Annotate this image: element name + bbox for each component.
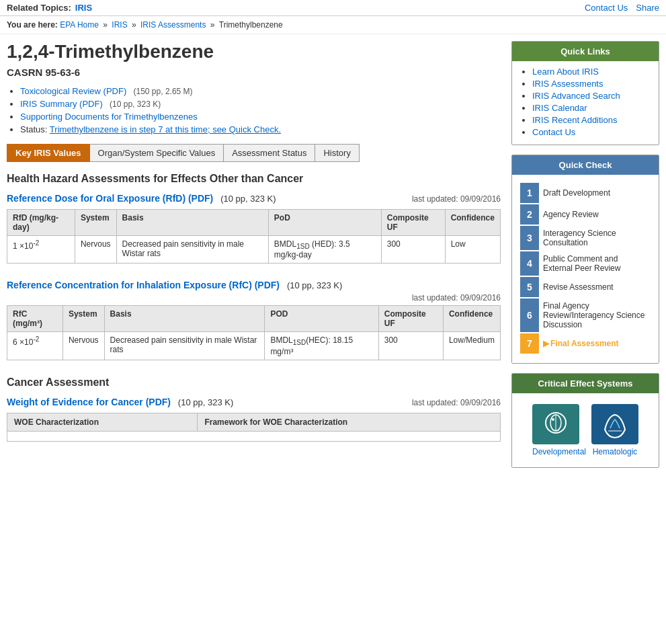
iris-calendar-link[interactable]: IRIS Calendar — [532, 103, 587, 113]
rfc-link[interactable]: Reference Concentration for Inhalation E… — [7, 280, 280, 290]
casrn: CASRN 95-63-6 — [7, 67, 501, 78]
hematologic-icon — [598, 409, 632, 440]
rfd-uf: 300 — [381, 236, 445, 264]
iris-assessments-link[interactable]: IRIS Assessments — [532, 79, 603, 89]
hematologic-icon-item[interactable]: Hematologic — [591, 404, 638, 456]
qc-arrow: ▶ — [543, 339, 549, 348]
rfc-system: Nervous — [63, 332, 104, 360]
list-item: IRIS Calendar — [532, 103, 651, 113]
qc-label-2: Agency Review — [539, 204, 651, 225]
rfc-block: Reference Concentration for Inhalation E… — [7, 280, 501, 360]
rfd-pod: BMDL1SD (HED): 3.5 mg/kg-day — [268, 236, 381, 264]
tab-organ-system[interactable]: Organ/System Specific Values — [90, 144, 224, 162]
tab-assessment-status[interactable]: Assessment Status — [224, 144, 315, 162]
cancer-link[interactable]: Weight of Evidence for Cancer (PDF) — [7, 397, 171, 407]
qc-step-5: 5 Revise Assessment — [520, 277, 651, 297]
rfc-pod: BMDL1SD(HEC): 18.15 mg/m³ — [265, 332, 378, 360]
developmental-icon — [539, 409, 573, 440]
svg-point-2 — [552, 418, 554, 421]
tox-review-link[interactable]: Toxicological Review (PDF) — [20, 86, 126, 96]
rfd-block: Reference Dose for Oral Exposure (RfD) (… — [7, 193, 501, 264]
share-link[interactable]: Share — [636, 3, 659, 13]
critical-icons: Developmental Hematologic — [520, 399, 651, 462]
cancer-section: Cancer Assessment Weight of Evidence for… — [7, 376, 501, 442]
rfc-title-row: Reference Concentration for Inhalation E… — [7, 280, 501, 290]
table-header-row: WOE Characterization Framework for WOE C… — [7, 413, 501, 431]
hematologic-label[interactable]: Hematologic — [593, 447, 638, 456]
quick-check-steps: 1 Draft Development 2 Agency Review 3 In… — [520, 180, 651, 358]
iris-advanced-search-link[interactable]: IRIS Advanced Search — [532, 91, 620, 101]
list-item: IRIS Recent Additions — [532, 115, 651, 125]
breadcrumb-iris-assessments[interactable]: IRIS Assessments — [140, 20, 206, 30]
qc-step-6: 6 Final Agency Review/Interagency Scienc… — [520, 298, 651, 332]
tab-key-iris-values[interactable]: Key IRIS Values — [7, 144, 90, 162]
contact-us-top-link[interactable]: Contact Us — [585, 3, 628, 13]
list-item: Supporting Documents for Trimethylbenzen… — [20, 112, 501, 122]
th-confidence: Confidence — [443, 306, 500, 332]
critical-effect-body: Developmental Hematologic — [512, 393, 659, 467]
cancer-block: Weight of Evidence for Cancer (PDF) (10 … — [7, 397, 501, 442]
th-uf: Composite UF — [381, 210, 445, 236]
developmental-icon-item[interactable]: Developmental — [532, 404, 586, 456]
breadcrumb: You are here: EPA Home » IRIS » IRIS Ass… — [0, 16, 666, 34]
table-header-row: RfD (mg/kg-day) System Basis PoD Composi… — [7, 210, 501, 236]
framework-value — [198, 431, 501, 441]
qc-num-6: 6 — [520, 298, 539, 332]
qc-label-3: Interagency Science Consultation — [539, 226, 651, 250]
qc-label-7: ▶ Final Assessment — [539, 333, 651, 354]
critical-effect-card: Critical Effect Systems Devel — [511, 373, 659, 468]
rfc-last-updated: last updated: 09/09/2016 — [7, 293, 501, 303]
quick-links-card: Quick Links Learn About IRIS IRIS Assess… — [511, 41, 659, 145]
rfc-basis: Decreased pain sensitivity in male Wista… — [104, 332, 265, 360]
breadcrumb-current: Trimethylbenzene — [219, 20, 283, 30]
tab-history[interactable]: History — [315, 144, 359, 162]
page-title: 1,2,4-Trimethylbenzene — [7, 41, 501, 63]
qc-num-5: 5 — [520, 277, 539, 297]
list-item: IRIS Summary (PDF) (10 pp, 323 K) — [20, 99, 501, 109]
top-links: Contact Us Share — [585, 3, 659, 13]
quick-links-body: Learn About IRIS IRIS Assessments IRIS A… — [512, 61, 659, 145]
list-item: IRIS Assessments — [532, 79, 651, 89]
contact-us-sidebar-link[interactable]: Contact Us — [532, 127, 575, 137]
learn-about-iris-link[interactable]: Learn About IRIS — [532, 67, 599, 77]
quick-check-header: Quick Check — [512, 155, 659, 175]
supporting-docs-link[interactable]: Supporting Documents for Trimethylbenzen… — [20, 112, 198, 122]
developmental-icon-box — [532, 404, 579, 444]
qc-num-3: 3 — [520, 226, 539, 250]
breadcrumb-epa-home[interactable]: EPA Home — [60, 20, 99, 30]
rfd-link[interactable]: Reference Dose for Oral Exposure (RfD) (… — [7, 193, 213, 204]
rfc-value: 6 ×10-2 — [7, 332, 63, 360]
qc-step-2: 2 Agency Review — [520, 204, 651, 225]
tabs-bar: Key IRIS Values Organ/System Specific Va… — [7, 144, 501, 162]
qc-step-1: 1 Draft Development — [520, 183, 651, 203]
qc-label-1: Draft Development — [539, 183, 651, 203]
health-hazard-heading: Health Hazard Assessments for Effects Ot… — [7, 173, 501, 185]
developmental-label[interactable]: Developmental — [532, 447, 586, 456]
main-layout: 1,2,4-Trimethylbenzene CASRN 95-63-6 Tox… — [0, 34, 666, 484]
critical-effect-header-text: Critical Effect Systems — [538, 378, 633, 389]
qc-num-1: 1 — [520, 183, 539, 203]
qc-label-6: Final Agency Review/Interagency Science … — [539, 298, 651, 332]
rfd-title: Reference Dose for Oral Exposure (RfD) (… — [7, 193, 276, 204]
th-rfc: RfC (mg/m³) — [7, 306, 63, 332]
cancer-title-row: Weight of Evidence for Cancer (PDF) (10 … — [7, 397, 501, 410]
woe-value — [7, 431, 198, 441]
breadcrumb-iris[interactable]: IRIS — [112, 20, 127, 30]
iris-recent-additions-link[interactable]: IRIS Recent Additions — [532, 115, 617, 125]
th-confidence: Confidence — [445, 210, 500, 236]
th-rfd: RfD (mg/kg-day) — [7, 210, 75, 236]
iris-top-link[interactable]: IRIS — [75, 3, 92, 13]
status-link[interactable]: Trimethylbenzene is in step 7 at this ti… — [50, 124, 281, 134]
th-basis: Basis — [104, 306, 265, 332]
qc-num-7: 7 — [520, 333, 539, 354]
cancer-last-updated: last updated: 09/09/2016 — [412, 398, 501, 407]
th-uf: Composite UF — [378, 306, 443, 332]
iris-summary-link[interactable]: IRIS Summary (PDF) — [20, 99, 103, 109]
table-row: 6 ×10-2 Nervous Decreased pain sensitivi… — [7, 332, 501, 360]
list-item: Toxicological Review (PDF) (150 pp, 2.65… — [20, 86, 501, 96]
table-header-row: RfC (mg/m³) System Basis POD Composite U… — [7, 306, 501, 332]
quick-links-list: Learn About IRIS IRIS Assessments IRIS A… — [520, 67, 651, 137]
related-label: Related Topics: — [7, 3, 71, 13]
qc-step-4: 4 Public Comment and External Peer Revie… — [520, 251, 651, 276]
rfc-uf: 300 — [378, 332, 443, 360]
